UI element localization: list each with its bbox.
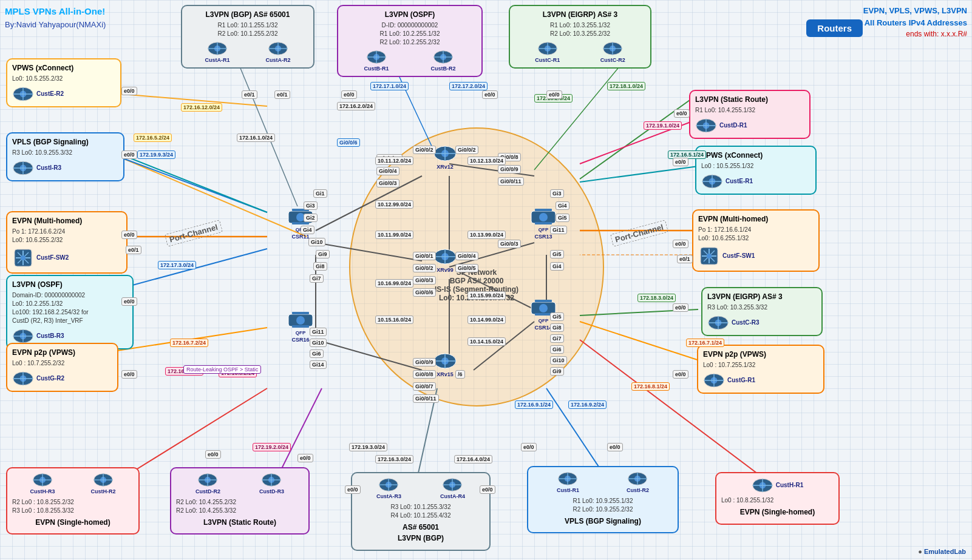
net-172165-2: 172.16.5.2/24 [134, 133, 172, 142]
routers-button[interactable]: Routers [806, 19, 863, 37]
gi-badge-2: Gi0/0/2 [413, 146, 436, 154]
csr11-gi8: Gi8 [313, 262, 327, 271]
l3vpn-bgp-bottom-r3-icon [378, 477, 399, 493]
net-1699: 10.16.99.0/24 [375, 279, 413, 288]
csr11-gi10: Gi10 [308, 238, 325, 246]
gi-badge-15: Gi0/0/3 [498, 240, 521, 248]
e00-evpn-multi-right: e0/0 [673, 240, 688, 248]
e00-ospf-top-2: e0/0 [482, 90, 498, 99]
csr13-gi4: Gi4 [556, 201, 569, 210]
svg-point-74 [21, 255, 25, 260]
csr16-gi11: Gi11 [310, 328, 327, 336]
e01-custa-r1: e0/1 [242, 90, 257, 99]
svg-line-13 [121, 158, 267, 212]
csr16-gi6: Gi6 [310, 349, 324, 358]
csr13-gi5b: Gi5 [550, 250, 564, 258]
csr16-gi10: Gi10 [310, 339, 327, 347]
vpls-bottom-r2-icon [627, 471, 648, 487]
l3vpn-static-right-icon [695, 117, 717, 134]
xrv99-icon [433, 248, 457, 266]
vpws-right-icon [701, 173, 723, 190]
panel-evpn-multihome-right: EVPN (Multi-homed) Po 1: 172.16.6.1/24 L… [692, 209, 820, 272]
panel-evpn-single-right: CustH-R1 Lo0 : 10.8.255.1/32 EVPN (Singl… [715, 472, 840, 525]
csr13-gi3: Gi3 [550, 189, 564, 198]
net-172183: 172.18.3.0/24 [637, 294, 676, 302]
e00-vpls-bottom-1: e0/0 [521, 443, 537, 451]
portchannel-left-label: Port-Channel [165, 220, 223, 247]
evpn-right-switch-icon [698, 245, 720, 267]
e00-static-bottom-2: e0/0 [297, 454, 313, 462]
net-172169-2: 172.16.9.2/24 [568, 400, 607, 409]
csr11-gi3: Gi3 [304, 201, 318, 210]
net-1499: 10.14.99.0/24 [467, 315, 506, 324]
e00-evpn-p2p-left: e0/0 [121, 370, 137, 379]
panel-l3vpn-ospf-top: L3VPN (OSPF) D-ID: 000000000002 R1 Lo0: … [337, 5, 483, 77]
svg-line-29 [121, 155, 267, 212]
net-172161: 172.16.12.0/24 [181, 103, 222, 112]
l3vpn-static-bottom-r2-icon [197, 472, 218, 488]
svg-rect-48 [292, 222, 309, 224]
e00-bgp-bottom-2: e0/0 [480, 485, 495, 494]
e00-ospf-top-1: e0/0 [341, 90, 357, 99]
net-172169-1: 172.16.9.1/24 [515, 400, 553, 409]
panel-l3vpn-static-right: L3VPN (Static Route) R1 Lo0: 10.4.255.1/… [689, 90, 811, 139]
e00-vpls-bottom-2: e0/0 [607, 443, 623, 451]
csr14-gi7: Gi7 [550, 334, 564, 343]
panel-evpn-multihome-left: EVPN (Multi-homed) Po 1: 172.16.6.2/24 L… [6, 211, 127, 274]
panel-evpn-p2p-left: EVPN p2p (VPWS) Lo0 : 10.7.255.2/32 Cust… [6, 343, 118, 392]
svg-line-15 [580, 94, 698, 179]
csr14-gi10: Gi10 [550, 356, 567, 365]
csr16-node: QFP CSR16 [285, 309, 316, 343]
csr13-node: QFP CSR13 [528, 206, 559, 240]
e01-custa-r2: e0/1 [274, 90, 290, 99]
net-172173: 172.17.3.0/24 [158, 261, 196, 269]
evpn-single-left-r3-icon [32, 472, 53, 488]
net-172162: 172.16.2.0/24 [337, 102, 375, 110]
net-1299: 10.12.99.0/24 [375, 200, 413, 209]
panel-l3vpn-ospf-left: L3VPN (OSPF) Domain-ID: 000000000002 Lo0… [6, 275, 134, 349]
e00-static-bottom-1: e0/0 [205, 450, 221, 459]
svg-rect-56 [292, 325, 309, 328]
svg-point-50 [539, 213, 548, 221]
e00-evpn-multi-left: e0/0 [121, 231, 137, 239]
e00-bgp-bottom-1: e0/0 [345, 485, 361, 494]
portchannel-right-label: Port-Channel [610, 220, 668, 247]
csr11-gi2: Gi2 [304, 214, 318, 222]
l3vpn-bgp-top-r2-icon [268, 41, 288, 56]
l3vpn-bgp-top-r1-icon [207, 41, 228, 56]
vpls-bottom-r1-icon [557, 471, 578, 487]
gi-badge-12: Gi0/0/6 [413, 288, 436, 297]
panel-vpws-left: VPWS (xConnect) Lo0: 10.5.255.2/32 CustE… [6, 58, 121, 107]
vpws-left-router-icon [12, 86, 34, 103]
net-172167-1: 172.16.7.1/24 [686, 339, 724, 347]
csr11-node: QFP CSR11 [285, 206, 316, 240]
csr13-gi5: Gi5 [556, 214, 569, 222]
l3vpn-bgp-bottom-r4-icon [442, 477, 463, 493]
net-172193: 172.19.3.0/24 [349, 443, 387, 451]
panel-vpls-right-bottom: CustI-R1 CustI-R2 R1 Lo0: 10.9.255.1/32 … [527, 466, 679, 533]
svg-rect-59 [535, 300, 552, 302]
svg-rect-52 [535, 222, 552, 224]
gi-badge-14: Gi0/0/5 [455, 264, 478, 272]
svg-point-54 [296, 316, 305, 325]
l3vpn-ospf-top-r2-icon [433, 49, 454, 65]
legend-line3: ends with: x.x.x.R# [863, 29, 967, 39]
e00-p2p-right: e0/0 [673, 370, 688, 379]
net-172171: 172.17.1.0/24 [370, 82, 409, 90]
e00-vpws-right: e0/0 [673, 158, 688, 166]
net-172172: 172.17.2.0/24 [449, 82, 488, 90]
csr13-gi11: Gi11 [550, 226, 567, 234]
net-1199: 10.11.99.0/24 [375, 231, 413, 239]
l3vpn-ospf-top-r1-icon [366, 49, 387, 65]
title-line2: By:Navid Yahyapour(NMAXi) [5, 19, 106, 31]
e00-static-right: e0/0 [674, 109, 690, 118]
gi-badge-19: /6 [455, 370, 465, 379]
evpn-p2p-left-router-icon [12, 370, 34, 387]
gi-badge-10: Gi0/0/2 [413, 264, 436, 272]
panel-l3vpn-bgp-bottom: CustA-R3 CustA-R4 R3 Lo0: 10.1.255.3/32 … [351, 472, 491, 551]
e01-evpn-multi-right: e0/1 [677, 255, 693, 263]
csr14-gi6: Gi6 [550, 345, 564, 354]
csr16-icon [287, 309, 314, 330]
panel-evpn-single-left: CustH-R3 CustH-R2 R2 Lo0 : 10.8.255.2/32… [6, 467, 140, 535]
title-line1: MPLS VPNs All-in-One! [5, 5, 106, 19]
